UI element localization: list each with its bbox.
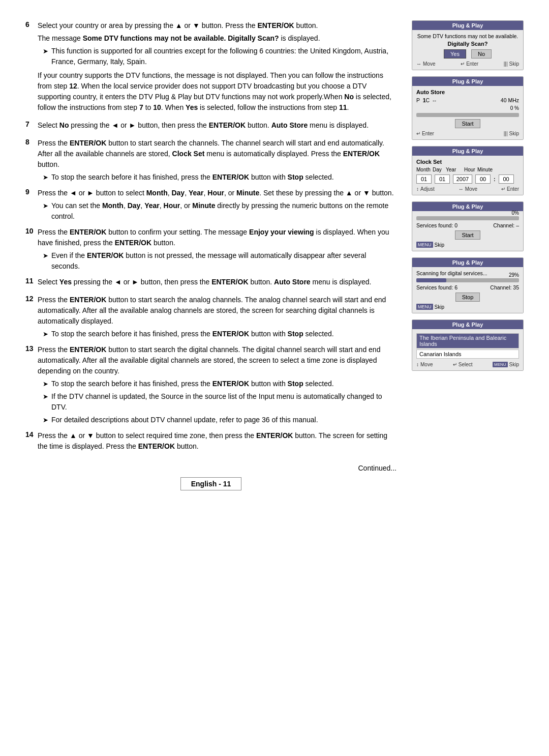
step14-line1: Press the ▲ or ▼ button to select requir… <box>38 430 396 452</box>
skip-icon-2: ||| <box>504 131 508 136</box>
move-label-6: Move <box>420 362 433 367</box>
panel4-buttons: Start <box>416 230 519 240</box>
time-separator: : <box>494 176 496 182</box>
panel3-clock-fields: 01 01 2007 00 : 00 <box>416 175 519 184</box>
skip-label-5: Skip <box>435 304 444 310</box>
panel-plug-play-5: Plug & Play Scanning for digital service… <box>412 257 524 313</box>
panel-plug-play-1: Plug & Play Some DTV functions may not b… <box>412 20 524 70</box>
panel-plug-play-6: Plug & Play The Iberian Peninsula and Ba… <box>412 319 524 371</box>
move-label: Move <box>423 61 435 67</box>
menu-icon-4: MENU <box>416 242 433 248</box>
hour-label: Hour <box>464 167 475 172</box>
panel5-pct: 29% <box>509 272 519 278</box>
no-button[interactable]: No <box>471 49 492 59</box>
step10-sub1-text: Even if the ENTER/OK button is not press… <box>51 250 396 272</box>
step-11: 11 Select Yes pressing the ◄ or ► button… <box>25 277 396 289</box>
enter-icon-3: ↵ <box>501 186 505 192</box>
year-field[interactable]: 2007 <box>453 175 472 184</box>
adjust-label: Adjust <box>420 186 435 192</box>
panel1-footer: ↔ Move ↵ Enter ||| Skip <box>416 61 519 67</box>
panel4-channel: Channel: – <box>493 222 519 228</box>
enter-footer-2: ↵ Enter <box>416 131 434 136</box>
panel4-info-row: Services found: 0 Channel: – <box>416 222 519 228</box>
panel4-title: Plug & Play <box>412 202 523 211</box>
step-content-14: Press the ▲ or ▼ button to select requir… <box>38 430 396 454</box>
step-num-14: 14 <box>25 430 34 454</box>
page-layout: 6 Select your country or area by pressin… <box>25 20 524 490</box>
arrow-icon: ➤ <box>43 392 48 413</box>
step-content-11: Select Yes pressing the ◄ or ► button, t… <box>38 277 396 289</box>
step6-sub1-text: This function is supported for all count… <box>51 46 396 67</box>
step13-sub1: ➤ To stop the search before it has finis… <box>43 379 396 389</box>
panel1-message: Some DTV functions may not be available. <box>416 33 519 39</box>
step13-sub2: ➤ If the DTV channel is updated, the Sou… <box>43 391 396 413</box>
start-button-2[interactable]: Start <box>455 119 480 128</box>
panel2-percent: 0 % <box>416 105 519 111</box>
panel3-clock-label: Clock Set <box>416 159 519 165</box>
skip-icon: ||| <box>504 61 508 67</box>
step7-line1: Select No pressing the ◄ or ► button, th… <box>38 120 396 131</box>
enter-label-3: Enter <box>507 186 519 192</box>
panel6-footer: ↕ Move ↵ Select MENU Skip <box>416 362 519 367</box>
arrow-icon: ➤ <box>43 379 48 389</box>
hour-field[interactable]: 00 <box>475 175 491 184</box>
step8-sub1: ➤ To stop the search before it has finis… <box>43 172 396 183</box>
english-label: English - 11 <box>180 477 242 490</box>
panel4-skip: MENU Skip <box>416 242 519 248</box>
step-num-6: 6 <box>25 20 34 115</box>
step9-sub1-text: You can set the Month, Day, Year, Hour, … <box>51 200 396 222</box>
panel2-title: Plug & Play <box>412 77 523 86</box>
step-content-6: Select your country or area by pressing … <box>38 20 396 115</box>
step13-sub1-text: To stop the search before it has finishe… <box>51 379 396 389</box>
step9-line1: Press the ◄ or ► button to select Month,… <box>38 188 396 198</box>
panel4-pct: 0% <box>512 210 519 216</box>
step-10: 10 Press the ENTER/OK button to confirm … <box>25 227 396 272</box>
step-content-13: Press the ENTER/OK button to start searc… <box>38 344 396 425</box>
step8-sub1-text: To stop the search before it has finishe… <box>51 172 396 183</box>
text-column: 6 Select your country or area by pressin… <box>25 20 396 490</box>
menu-icon-6: MENU <box>493 362 508 367</box>
start-button-4[interactable]: Start <box>455 230 480 240</box>
stop-button-5[interactable]: Stop <box>455 293 480 302</box>
step-6: 6 Select your country or area by pressin… <box>25 20 396 115</box>
region-item-1[interactable]: The Iberian Peninsula and Balearic Islan… <box>416 333 519 348</box>
step-7: 7 Select No pressing the ◄ or ► button, … <box>25 120 396 133</box>
yes-button[interactable]: Yes <box>444 49 466 59</box>
arrow-icon: ➤ <box>43 46 48 67</box>
panel3-title: Plug & Play <box>412 147 523 156</box>
english-badge: English - 11 <box>25 477 396 490</box>
step10-sub1: ➤ Even if the ENTER/OK button is not pre… <box>43 250 396 272</box>
step-num-13: 13 <box>25 344 34 425</box>
select-icon-6: ↵ <box>453 362 457 367</box>
step-content-10: Press the ENTER/OK button to confirm you… <box>38 227 396 272</box>
step13-sub3-text: For detailed descriptions about DTV chan… <box>51 415 396 425</box>
panel5-title: Plug & Play <box>412 258 523 267</box>
step-content-9: Press the ◄ or ► button to select Month,… <box>38 188 396 222</box>
adjust-footer: ↕ Adjust <box>416 186 435 192</box>
step13-line1: Press the ENTER/OK button to start searc… <box>38 344 396 376</box>
step12-sub1-text: To stop the search before it has finishe… <box>51 329 396 339</box>
panel5-message: Scanning for digital services... <box>416 270 519 276</box>
panel5-skip: MENU Skip <box>416 304 519 310</box>
arrow-icon: ➤ <box>43 201 48 222</box>
skip-footer: ||| Skip <box>504 61 519 67</box>
panel-plug-play-3: Plug & Play Clock Set Month Day Year Hou… <box>412 146 524 195</box>
skip-label-4: Skip <box>435 242 444 248</box>
minute-field[interactable]: 00 <box>499 175 514 184</box>
skip-label-6: Skip <box>509 362 519 367</box>
panel-plug-play-4: Plug & Play 0% Services found: 0 Channel… <box>412 201 524 251</box>
panel3-body: Clock Set Month Day Year Hour Minute 01 … <box>412 156 523 195</box>
move-icon-3: ↔ <box>459 186 464 192</box>
panel2-progress-bar <box>416 113 519 117</box>
step-num-11: 11 <box>25 277 34 289</box>
panel3-field-labels: Month Day Year Hour Minute <box>416 167 519 172</box>
move-footer: ↔ Move <box>416 61 435 67</box>
continued-line: Continued... <box>25 464 396 472</box>
enter-icon: ↵ <box>461 61 465 67</box>
region-item-2[interactable]: Canarian Islands <box>416 350 519 359</box>
day-field[interactable]: 01 <box>435 175 450 184</box>
select-label-6: Select <box>459 362 473 367</box>
step-num-7: 7 <box>25 120 34 133</box>
skip-label: Skip <box>509 61 519 67</box>
month-field[interactable]: 01 <box>416 175 432 184</box>
